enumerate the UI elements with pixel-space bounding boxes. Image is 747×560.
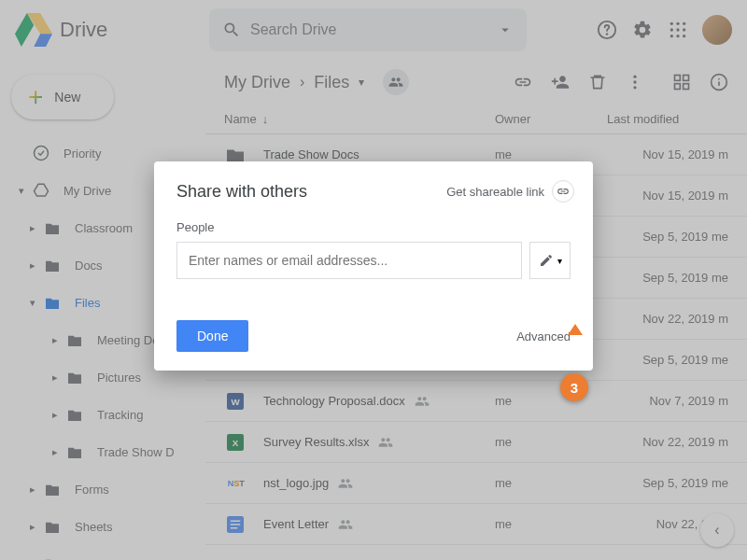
share-dialog: Share with others Get shareable link Peo… xyxy=(154,161,593,371)
link-icon xyxy=(557,185,570,198)
people-input[interactable] xyxy=(176,242,522,279)
pencil-icon xyxy=(539,253,554,268)
modal-overlay: Share with others Get shareable link Peo… xyxy=(0,0,747,560)
get-shareable-link[interactable]: Get shareable link xyxy=(446,180,574,203)
done-button[interactable]: Done xyxy=(176,320,248,352)
permission-dropdown[interactable]: ▾ xyxy=(529,242,571,279)
people-label: People xyxy=(176,220,571,234)
advanced-link[interactable]: Advanced xyxy=(516,329,571,343)
